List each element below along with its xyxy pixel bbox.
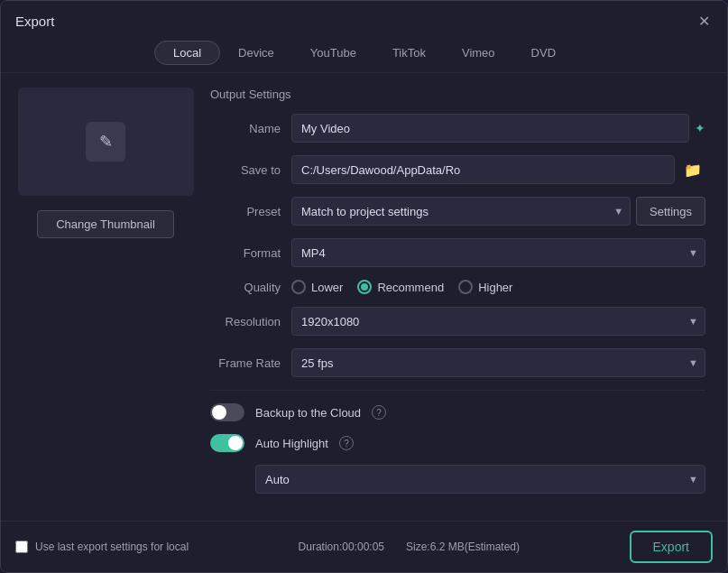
auto-select-wrapper: Auto Manual ▼ — [255, 465, 705, 494]
quality-higher-label: Higher — [478, 281, 512, 294]
quality-options: Lower Recommend Higher — [291, 280, 512, 294]
divider-1 — [210, 390, 705, 391]
tab-bar: Local Device YouTube TikTok Vimeo DVD — [1, 37, 727, 73]
resolution-select[interactable]: 1920x1080 1280x720 3840x2160 720x480 — [291, 307, 705, 336]
quality-recommend-radio-inner — [361, 283, 368, 291]
tab-youtube[interactable]: YouTube — [292, 41, 374, 65]
auto-highlight-toggle[interactable] — [210, 434, 244, 452]
resolution-select-wrapper: 1920x1080 1280x720 3840x2160 720x480 ▼ — [291, 307, 705, 336]
close-button[interactable]: ✕ — [695, 12, 713, 30]
settings-button[interactable]: Settings — [636, 197, 705, 226]
left-panel: ✎ Change Thumbnail — [15, 88, 196, 506]
name-row: Name ✦ — [210, 114, 705, 143]
format-row: Format MP4 MOV AVI MKV GIF ▼ — [210, 238, 705, 267]
quality-recommend-label: Recommend — [377, 281, 444, 294]
footer: Use last export settings for local Durat… — [1, 521, 727, 572]
quality-lower-label: Lower — [311, 281, 343, 294]
preset-row: Preset Match to project settings Custom … — [210, 197, 705, 226]
backup-cloud-label: Backup to the Cloud — [255, 406, 361, 420]
framerate-row: Frame Rate 25 fps 24 fps 30 fps 60 fps ▼ — [210, 348, 705, 377]
footer-center: Duration:00:00:05 Size:6.2 MB(Estimated) — [299, 541, 520, 553]
change-thumbnail-button[interactable]: Change Thumbnail — [37, 210, 174, 238]
dialog-title: Export — [15, 14, 54, 29]
auto-select-row: Auto Manual ▼ — [210, 465, 705, 494]
right-panel: Output Settings Name ✦ Save to 📁 Prese — [210, 88, 713, 506]
quality-lower-radio[interactable] — [291, 280, 306, 294]
backup-cloud-row: Backup to the Cloud ? — [210, 403, 705, 421]
tab-local[interactable]: Local — [154, 41, 220, 65]
framerate-control: 25 fps 24 fps 30 fps 60 fps ▼ — [291, 348, 705, 377]
name-control: ✦ — [291, 114, 705, 143]
tab-device[interactable]: Device — [220, 41, 292, 65]
save-to-label: Save to — [210, 163, 291, 177]
format-select-wrapper: MP4 MOV AVI MKV GIF ▼ — [291, 238, 705, 267]
tab-vimeo[interactable]: Vimeo — [444, 41, 513, 65]
folder-browse-button[interactable]: 📁 — [680, 160, 705, 180]
quality-lower-option[interactable]: Lower — [291, 280, 343, 294]
edit-icon: ✎ — [86, 122, 125, 162]
auto-highlight-row: Auto Highlight ? — [210, 434, 705, 452]
format-control: MP4 MOV AVI MKV GIF ▼ — [291, 238, 705, 267]
resolution-control: 1920x1080 1280x720 3840x2160 720x480 ▼ — [291, 307, 705, 336]
backup-cloud-knob — [212, 405, 226, 420]
name-input[interactable] — [291, 114, 689, 143]
size-info: Size:6.2 MB(Estimated) — [406, 541, 520, 553]
save-path-input[interactable] — [291, 155, 675, 184]
footer-left: Use last export settings for local — [15, 541, 189, 553]
export-button[interactable]: Export — [630, 531, 713, 563]
auto-highlight-help-icon[interactable]: ? — [339, 436, 354, 450]
export-dialog: Export ✕ Local Device YouTube TikTok Vim… — [0, 0, 728, 573]
format-select[interactable]: MP4 MOV AVI MKV GIF — [291, 238, 705, 267]
preset-control: Match to project settings Custom YouTube… — [291, 197, 705, 226]
framerate-label: Frame Rate — [210, 356, 291, 370]
save-to-row: Save to 📁 — [210, 155, 705, 184]
backup-cloud-help-icon[interactable]: ? — [372, 405, 386, 420]
auto-highlight-knob — [228, 436, 243, 450]
auto-select[interactable]: Auto Manual — [255, 465, 705, 494]
tab-dvd[interactable]: DVD — [513, 41, 574, 65]
resolution-label: Resolution — [210, 315, 291, 328]
preset-label: Preset — [210, 205, 291, 218]
quality-label: Quality — [210, 281, 291, 294]
quality-recommend-option[interactable]: Recommend — [357, 280, 444, 294]
quality-higher-option[interactable]: Higher — [458, 280, 512, 294]
name-label: Name — [210, 122, 291, 135]
section-title: Output Settings — [210, 88, 705, 101]
ai-icon: ✦ — [695, 121, 705, 135]
framerate-select-wrapper: 25 fps 24 fps 30 fps 60 fps ▼ — [291, 348, 705, 377]
thumbnail-preview: ✎ — [18, 88, 194, 196]
use-last-settings-checkbox[interactable] — [15, 541, 28, 553]
auto-highlight-label: Auto Highlight — [255, 437, 328, 450]
quality-recommend-radio[interactable] — [357, 280, 372, 294]
quality-control: Lower Recommend Higher — [291, 280, 705, 294]
quality-higher-radio[interactable] — [458, 280, 473, 294]
title-bar: Export ✕ — [1, 1, 727, 37]
framerate-select[interactable]: 25 fps 24 fps 30 fps 60 fps — [291, 348, 705, 377]
quality-row: Quality Lower Recommend — [210, 280, 705, 294]
format-label: Format — [210, 246, 291, 260]
duration-info: Duration:00:00:05 — [299, 541, 384, 553]
preset-select[interactable]: Match to project settings Custom YouTube… — [291, 197, 631, 226]
resolution-row: Resolution 1920x1080 1280x720 3840x2160 … — [210, 307, 705, 336]
save-to-control: 📁 — [291, 155, 705, 184]
tab-tiktok[interactable]: TikTok — [374, 41, 444, 65]
content-area: ✎ Change Thumbnail Output Settings Name … — [1, 73, 727, 521]
use-last-settings-wrapper[interactable]: Use last export settings for local — [15, 541, 189, 553]
preset-select-wrapper: Match to project settings Custom YouTube… — [291, 197, 631, 226]
backup-cloud-toggle[interactable] — [210, 403, 244, 421]
use-last-settings-label: Use last export settings for local — [35, 541, 189, 553]
